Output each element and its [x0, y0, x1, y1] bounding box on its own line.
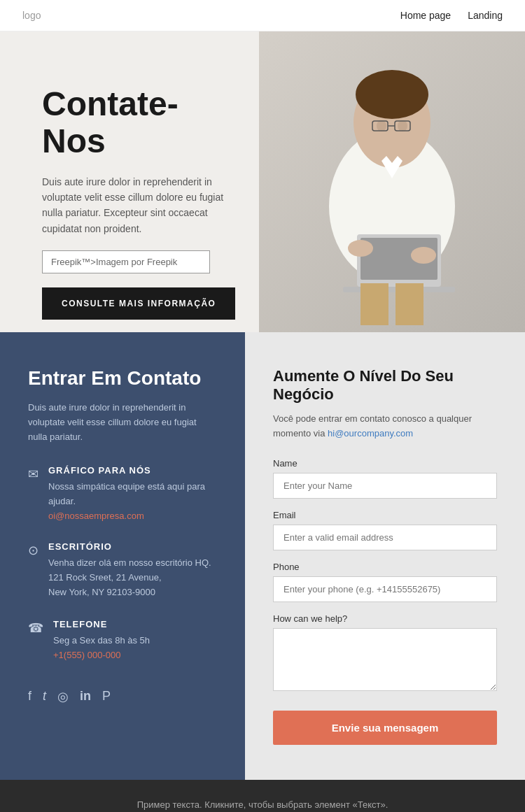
hero-cta-button[interactable]: CONSULTE MAIS INFORMAÇÃO — [42, 287, 235, 320]
pinterest-icon[interactable]: P — [102, 689, 111, 704]
linkedin-icon[interactable]: in — [80, 689, 91, 704]
message-field-group: How can we help? — [273, 613, 497, 694]
navbar: logo Home page Landing — [0, 0, 525, 31]
footer-text: Пример текста. Кликните, чтобы выбрать э… — [137, 799, 388, 810]
email-label: Email — [273, 510, 497, 520]
svg-point-14 — [348, 240, 373, 257]
nav-link-home[interactable]: Home page — [400, 10, 451, 21]
person-illustration — [294, 52, 490, 332]
logo: logo — [22, 10, 41, 21]
contact-info-graphic: ✉ GRÁFICO PARA NÓS Nossa simpática equip… — [28, 465, 217, 522]
email-field-group: Email — [273, 510, 497, 550]
phone-link[interactable]: +1(555) 000-000 — [53, 650, 121, 660]
twitter-icon[interactable]: t — [43, 689, 46, 704]
nav-links: Home page Landing — [400, 10, 503, 21]
submit-button[interactable]: Envie sua mensagem — [273, 711, 497, 745]
hero-content: Contate- Nos Duis aute irure dolor in re… — [42, 86, 280, 320]
footer: Пример текста. Кликните, чтобы выбрать э… — [0, 780, 525, 812]
email-input[interactable] — [273, 525, 497, 550]
hero-section: Contate- Nos Duis aute irure dolor in re… — [0, 31, 525, 332]
name-field-group: Name — [273, 458, 497, 499]
svg-point-3 — [377, 120, 386, 131]
nav-link-landing[interactable]: Landing — [468, 10, 503, 21]
phone-label: Phone — [273, 562, 497, 572]
name-input[interactable] — [273, 473, 497, 499]
hero-title: Contate- Nos — [42, 86, 280, 160]
location-icon: ⊙ — [28, 543, 38, 558]
phone-hours: Seg a Sex das 8h às 5h — [53, 634, 150, 648]
message-label: How can we help? — [273, 613, 497, 624]
facebook-icon[interactable]: f — [28, 689, 31, 704]
phone-input[interactable] — [273, 576, 497, 602]
phone-icon: ☎ — [28, 620, 43, 636]
phone-heading: TELEFONE — [53, 619, 150, 629]
contact-section: Entrar Em Contato Duis aute irure dolor … — [0, 332, 525, 780]
contact-info-phone: ☎ TELEFONE Seg a Sex das 8h às 5h +1(555… — [28, 619, 217, 661]
contact-email-link[interactable]: hi@ourcompany.com — [328, 428, 413, 439]
contact-form: Name Email Phone How can we help? Envie … — [273, 458, 497, 745]
graphic-heading: GRÁFICO PARA NÓS — [48, 465, 217, 476]
contact-left-panel: Entrar Em Contato Duis aute irure dolor … — [0, 332, 245, 780]
instagram-icon[interactable]: ◎ — [57, 689, 69, 704]
social-icons-container: f t ◎ in P — [28, 689, 217, 704]
svg-rect-12 — [360, 283, 388, 325]
contact-info-office: ⊙ ESCRITÓRIO Venha dizer olá em nosso es… — [28, 541, 217, 599]
office-heading: ESCRITÓRIO — [48, 541, 211, 552]
hero-input-attribution: Freepik™>Imagem por Freepik — [42, 250, 210, 273]
phone-field-group: Phone — [273, 562, 497, 602]
svg-point-15 — [411, 247, 436, 264]
contact-right-title: Aumente O Nível Do Seu Negócio — [273, 367, 497, 404]
envelope-icon: ✉ — [28, 466, 38, 482]
contact-right-panel: Aumente O Nível Do Seu Negócio Você pode… — [245, 332, 525, 780]
contact-left-description: Duis aute irure dolor in reprehenderit i… — [28, 401, 217, 444]
graphic-text: Nossa simpática equipe está aqui para aj… — [48, 480, 217, 509]
office-text: Venha dizer olá em nosso escritório HQ.1… — [48, 556, 211, 599]
contact-left-title: Entrar Em Contato — [28, 367, 217, 390]
svg-rect-13 — [396, 283, 424, 325]
name-label: Name — [273, 458, 497, 469]
message-input[interactable] — [273, 628, 497, 691]
contact-right-description: Você pode entrar em contato conosco a qu… — [273, 412, 497, 441]
hero-description: Duis aute irure dolor in reprehenderit i… — [42, 174, 238, 237]
svg-point-4 — [398, 120, 407, 131]
graphic-email-link[interactable]: oi@nossaempresa.com — [48, 511, 144, 521]
svg-point-2 — [356, 70, 428, 119]
hero-image — [259, 31, 525, 332]
